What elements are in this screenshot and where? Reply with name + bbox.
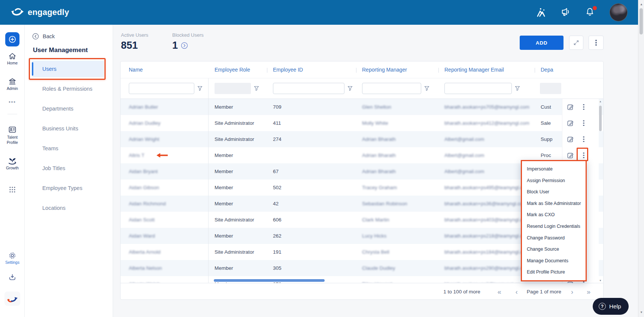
table-row[interactable]: Adrian Dudley Site Administrator 411 Mol… <box>121 115 603 131</box>
row-actions <box>562 99 599 115</box>
table-row[interactable]: Adrian Wright Site Administrator 274 Adr… <box>121 131 603 147</box>
rail-item-apps[interactable] <box>0 186 25 193</box>
column-header[interactable]: Reporting Manager <box>356 67 438 73</box>
sidebar-nav-item[interactable]: Users <box>32 61 104 77</box>
user-name[interactable]: Altris T <box>129 153 145 158</box>
column-header[interactable]: Name <box>121 67 209 73</box>
user-name[interactable]: Alberta Walsh <box>129 281 160 283</box>
user-name[interactable]: Adrian Butler <box>129 104 158 110</box>
ai-assistant-icon[interactable] <box>535 7 547 18</box>
table-row[interactable]: Adrian Butler Member 709 Glen Shelton bh… <box>121 99 603 115</box>
table-scroll-up-arrow[interactable]: ▲ <box>598 100 603 103</box>
back-button[interactable]: Back <box>32 33 55 40</box>
context-menu-item[interactable]: Mark as CXO <box>522 209 586 221</box>
last-page-button[interactable]: » <box>587 289 590 295</box>
blocked-users-chevron-icon[interactable] <box>181 42 188 49</box>
rail-item-growth[interactable]: Growth <box>0 156 25 171</box>
sidebar-nav-item[interactable]: Business Units <box>32 120 104 137</box>
user-name[interactable]: Adrian Wright <box>129 136 160 142</box>
sidebar-nav-item[interactable]: Teams <box>32 140 104 157</box>
row-kebab-icon[interactable] <box>581 135 587 144</box>
edit-icon[interactable] <box>567 103 574 111</box>
rail-item-more[interactable]: ••• <box>0 98 25 105</box>
context-menu-item[interactable]: Change Password <box>522 232 586 244</box>
reporting-manager: Claude Dudley <box>362 265 395 271</box>
sidebar-nav-item[interactable]: Job Titles <box>32 160 104 176</box>
column-header-label: Reporting Manager <box>362 67 407 73</box>
user-name[interactable]: Aidan Richmond <box>129 201 166 206</box>
column-header[interactable]: Employee ID <box>267 67 356 73</box>
column-header[interactable]: Employee Role <box>209 67 267 73</box>
user-name[interactable]: Adrian Dudley <box>129 120 161 126</box>
page-scrollbar-thumb[interactable] <box>640 8 643 34</box>
edit-icon[interactable] <box>567 136 574 143</box>
engagedly-logo[interactable]: engagedly <box>10 7 69 18</box>
edit-icon[interactable] <box>567 152 574 159</box>
sidebar-nav-item[interactable]: Departments <box>32 100 104 117</box>
rail-item-home[interactable]: Home <box>0 52 25 66</box>
filter-funnel-icon[interactable] <box>254 86 259 91</box>
context-menu-item[interactable]: Assign Permission <box>522 175 586 187</box>
filter-funnel-icon[interactable] <box>515 86 520 91</box>
table-horizontal-scrollbar-thumb[interactable] <box>214 279 325 282</box>
context-menu-item[interactable]: Block User <box>522 186 586 198</box>
user-name[interactable]: Alberta Arnold <box>129 249 161 255</box>
scroll-up-arrow[interactable]: ▲ <box>638 1 644 7</box>
rail-item-admin[interactable]: Admin <box>0 77 25 91</box>
filter-funnel-icon[interactable] <box>424 86 429 91</box>
page-scrollbar[interactable]: ▲ ▼ <box>638 0 644 317</box>
table-scroll-down-arrow[interactable]: ▼ <box>598 279 603 282</box>
previous-page-button[interactable]: ‹ <box>516 289 518 295</box>
user-name[interactable]: Aidan Ward <box>129 233 155 239</box>
rail-item-settings[interactable]: Settings <box>0 251 25 265</box>
rail-item-talent-profile[interactable]: Talent Profile <box>0 125 25 145</box>
context-menu-item[interactable]: Impersonate <box>522 163 586 175</box>
add-user-button[interactable]: ADD <box>520 36 564 50</box>
table-vertical-scrollbar[interactable]: ▲ ▼ <box>598 99 603 283</box>
context-menu-item[interactable]: Change Source <box>522 244 586 255</box>
table-scrollbar-thumb[interactable] <box>599 106 602 131</box>
name-filter-input[interactable] <box>129 83 194 94</box>
scroll-down-arrow[interactable]: ▼ <box>638 310 644 316</box>
user-name[interactable]: Aidan Gibson <box>129 185 159 190</box>
create-plus-button[interactable] <box>5 32 19 46</box>
role-filter-disabled <box>215 83 251 94</box>
row-kebab-icon[interactable] <box>581 151 587 160</box>
column-header[interactable]: Reporting Manager Email <box>438 67 535 73</box>
dept-filter-disabled <box>540 83 561 94</box>
announcements-icon[interactable] <box>560 7 571 18</box>
help-button[interactable]: ? Help <box>593 298 629 315</box>
next-page-button[interactable]: › <box>571 289 573 295</box>
notifications-bell-icon[interactable] <box>585 7 596 18</box>
filter-funnel-icon[interactable] <box>197 86 203 91</box>
rail-item-engagedly-mark[interactable] <box>0 292 25 307</box>
edit-icon[interactable] <box>567 120 574 127</box>
first-page-button[interactable]: « <box>498 289 501 295</box>
engagedly-user-management-page: engagedly <box>0 0 644 317</box>
id-filter-input[interactable] <box>273 83 344 94</box>
expand-button[interactable] <box>569 36 583 50</box>
sidebar-nav-item[interactable]: Employee Types <box>32 180 104 196</box>
context-menu-item[interactable]: Mark as Site Administrator <box>522 198 586 209</box>
blocked-users-value: 1 <box>172 40 178 51</box>
user-name[interactable]: Alberta Nelson <box>129 265 162 271</box>
sidebar-nav-item[interactable]: Roles & Permissions <box>32 81 104 97</box>
user-name[interactable]: Aidan Scott <box>129 217 155 223</box>
user-avatar[interactable] <box>610 3 628 21</box>
employee-role: Member <box>209 228 267 244</box>
context-menu-item[interactable]: Resend Login Credentials <box>522 221 586 232</box>
sidebar-nav-item[interactable]: Locations <box>32 200 104 216</box>
row-kebab-icon[interactable] <box>581 119 587 128</box>
table-options-button[interactable] <box>589 36 604 50</box>
sidebar-nav-item-label: Job Titles <box>42 165 65 171</box>
rail-label-home: Home <box>0 61 25 66</box>
user-name[interactable]: Aidan Bryant <box>129 169 158 174</box>
manager-filter-input[interactable] <box>362 83 421 94</box>
email-filter-input[interactable] <box>444 83 512 94</box>
filter-funnel-icon[interactable] <box>347 86 353 91</box>
context-menu-item[interactable]: Edit Profile Picture <box>522 266 586 278</box>
column-header[interactable]: Depa <box>535 67 562 73</box>
context-menu-item[interactable]: Manage Documents <box>522 255 586 267</box>
row-kebab-icon[interactable] <box>581 103 587 112</box>
rail-item-download[interactable] <box>0 273 25 282</box>
